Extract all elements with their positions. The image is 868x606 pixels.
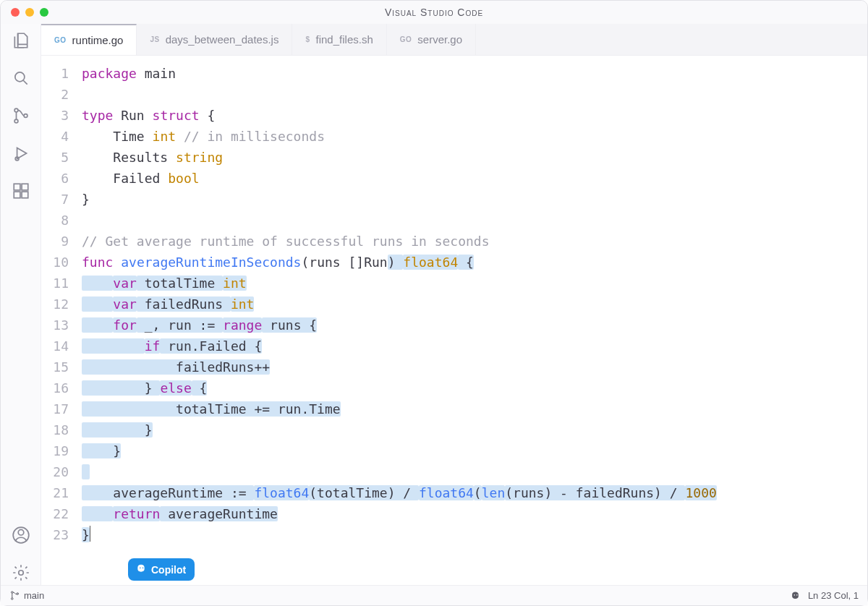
svg-point-11 [18, 571, 23, 576]
code-line[interactable]: 11 var totalTime int [41, 273, 867, 294]
svg-rect-5 [14, 184, 20, 190]
code-line[interactable]: 12 var failedRuns int [41, 294, 867, 315]
zoom-window-button[interactable] [40, 8, 48, 17]
code-line[interactable]: 5 Results string [41, 147, 867, 168]
code-line[interactable]: 1package main [41, 63, 867, 84]
code-line[interactable]: 19 } [41, 440, 867, 461]
close-window-button[interactable] [11, 8, 20, 17]
line-number: 20 [41, 461, 82, 482]
tab-runtime-go[interactable]: GOruntime.go [41, 24, 137, 55]
line-number: 22 [41, 503, 82, 524]
code-line[interactable]: 17 totalTime += run.Time [41, 398, 867, 419]
code-line[interactable]: 13 for _, run := range runs { [41, 315, 867, 336]
accounts-icon[interactable] [12, 526, 30, 547]
code-content[interactable]: func averageRuntimeInSeconds(runs []Run)… [82, 252, 867, 273]
explorer-icon[interactable] [12, 31, 30, 53]
line-number: 8 [41, 210, 82, 231]
line-number: 10 [41, 252, 82, 273]
code-content[interactable]: Results string [82, 147, 867, 168]
code-line[interactable]: 7} [41, 189, 867, 210]
code-content[interactable]: for _, run := range runs { [82, 315, 867, 336]
code-content[interactable] [82, 461, 867, 482]
code-content[interactable]: var totalTime int [82, 273, 867, 294]
line-number: 9 [41, 231, 82, 252]
source-control-icon[interactable] [12, 106, 30, 128]
text-cursor [90, 526, 90, 542]
line-number: 23 [41, 524, 82, 545]
code-content[interactable] [82, 84, 867, 105]
file-type-badge: GO [400, 35, 412, 43]
svg-point-12 [12, 591, 14, 593]
code-line[interactable]: 10func averageRuntimeInSeconds(runs []Ru… [41, 252, 867, 273]
code-line[interactable]: 4 Time int // in milliseconds [41, 126, 867, 147]
code-line[interactable]: 21 averageRuntime := float64(totalTime) … [41, 482, 867, 503]
git-branch-indicator[interactable]: main [9, 590, 44, 602]
svg-point-13 [12, 597, 14, 599]
code-line[interactable]: 23} [41, 524, 867, 545]
extensions-icon[interactable] [12, 182, 30, 203]
code-content[interactable] [82, 210, 867, 231]
vscode-window: Visual Studio Code [0, 0, 868, 606]
code-content[interactable]: } [82, 440, 867, 461]
run-debug-icon[interactable] [12, 144, 30, 166]
svg-point-0 [14, 72, 24, 82]
code-content[interactable]: // Get average runtime of successful run… [82, 231, 867, 252]
code-line[interactable]: 16 } else { [41, 377, 867, 398]
copilot-button[interactable]: Copilot [128, 558, 195, 581]
code-content[interactable]: Failed bool [82, 168, 867, 189]
line-number: 11 [41, 273, 82, 294]
line-number: 21 [41, 482, 82, 503]
titlebar: Visual Studio Code [1, 1, 867, 24]
code-content[interactable]: } [82, 419, 867, 440]
line-number: 15 [41, 357, 82, 377]
code-editor[interactable]: 1package main23type Run struct {4 Time i… [41, 56, 867, 585]
code-line[interactable]: 22 return averageRuntime [41, 503, 867, 524]
svg-point-9 [18, 529, 24, 535]
code-content[interactable]: var failedRuns int [82, 294, 867, 315]
line-number: 17 [41, 398, 82, 419]
code-content[interactable]: averageRuntime := float64(totalTime) / f… [82, 482, 867, 503]
line-number: 16 [41, 377, 82, 398]
code-content[interactable]: return averageRuntime [82, 503, 867, 524]
code-line[interactable]: 8 [41, 210, 867, 231]
code-line[interactable]: 14 if run.Failed { [41, 336, 867, 357]
code-line[interactable]: 9// Get average runtime of successful ru… [41, 231, 867, 252]
copilot-status-icon[interactable] [790, 590, 801, 601]
settings-gear-icon[interactable] [12, 563, 30, 585]
code-content[interactable]: } [82, 524, 867, 545]
code-line[interactable]: 20 [41, 461, 867, 482]
search-icon[interactable] [12, 69, 30, 90]
code-content[interactable]: if run.Failed { [82, 336, 867, 357]
tab-label: find_files.sh [316, 33, 373, 46]
cursor-position[interactable]: Ln 23 Col, 1 [808, 590, 859, 601]
tab-label: days_between_dates.js [166, 33, 279, 46]
code-content[interactable]: failedRuns++ [82, 357, 867, 377]
file-type-badge: GO [54, 36, 67, 44]
code-content[interactable]: package main [82, 63, 867, 84]
code-content[interactable]: totalTime += run.Time [82, 398, 867, 419]
code-line[interactable]: 18 } [41, 419, 867, 440]
tab-find_files-sh[interactable]: $find_files.sh [292, 24, 386, 55]
file-type-badge: $ [305, 35, 310, 43]
tab-server-go[interactable]: GOserver.go [387, 24, 476, 55]
tab-days_between_dates-js[interactable]: JSdays_between_dates.js [137, 24, 292, 55]
line-number: 6 [41, 168, 82, 189]
code-line[interactable]: 15 failedRuns++ [41, 357, 867, 377]
line-number: 4 [41, 126, 82, 147]
minimize-window-button[interactable] [25, 8, 34, 17]
code-line[interactable]: 3type Run struct { [41, 105, 867, 126]
code-line[interactable]: 2 [41, 84, 867, 105]
code-content[interactable]: } [82, 189, 867, 210]
tab-label: runtime.go [72, 34, 124, 46]
line-number: 5 [41, 147, 82, 168]
file-type-badge: JS [150, 35, 159, 43]
window-controls [1, 8, 48, 17]
svg-point-2 [14, 119, 18, 123]
svg-rect-8 [22, 184, 28, 190]
code-content[interactable]: type Run struct { [82, 105, 867, 126]
copilot-icon [135, 563, 147, 576]
code-content[interactable]: } else { [82, 377, 867, 398]
svg-rect-7 [22, 192, 28, 198]
code-content[interactable]: Time int // in milliseconds [82, 126, 867, 147]
code-line[interactable]: 6 Failed bool [41, 168, 867, 189]
